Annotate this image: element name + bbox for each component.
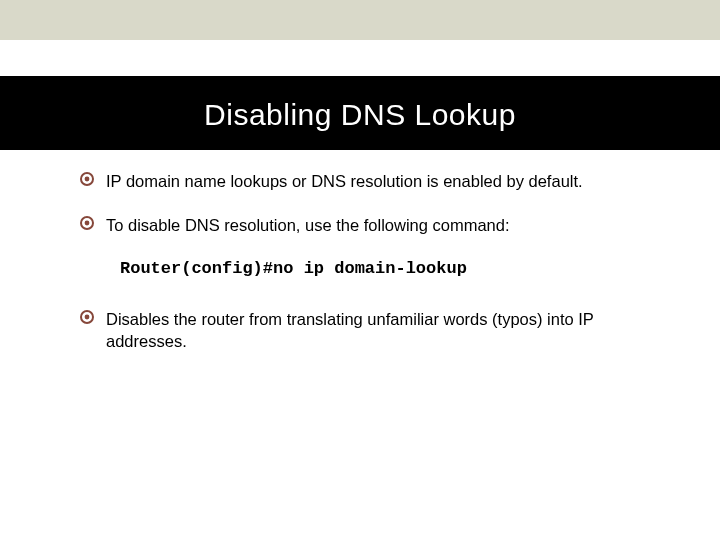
bullet-item: To disable DNS resolution, use the follo… [80,214,664,236]
dot-bullet-icon [80,310,94,324]
bullet-text: IP domain name lookups or DNS resolution… [106,170,583,192]
bullet-item: Disables the router from translating unf… [80,308,664,353]
content-area: IP domain name lookups or DNS resolution… [0,150,720,352]
svg-point-5 [85,314,90,319]
svg-point-1 [85,177,90,182]
svg-point-3 [85,221,90,226]
top-accent-band [0,0,720,40]
dot-bullet-icon [80,172,94,186]
title-band: Disabling DNS Lookup [0,76,720,150]
command-code: Router(config)#no ip domain-lookup [120,259,664,278]
bullet-item: IP domain name lookups or DNS resolution… [80,170,664,192]
bullet-text: To disable DNS resolution, use the follo… [106,214,510,236]
bullet-text: Disables the router from translating unf… [106,308,664,353]
slide-title: Disabling DNS Lookup [0,98,720,132]
dot-bullet-icon [80,216,94,230]
